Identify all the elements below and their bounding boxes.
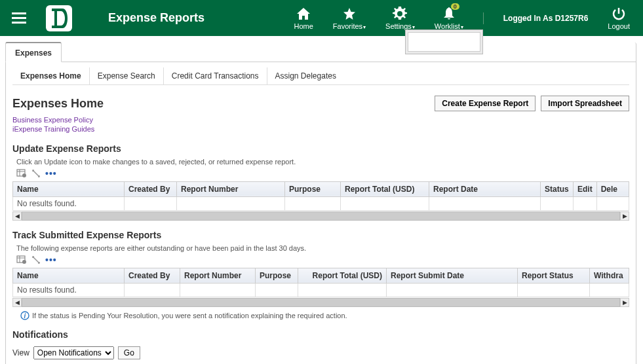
no-results: No results found. — [13, 196, 125, 210]
content-area: Expenses Home Expense Search Credit Card… — [6, 67, 636, 364]
scroll-right-icon[interactable]: ▶ — [620, 211, 629, 221]
page-actions: Create Expense Report Import Spreadsheet — [435, 96, 629, 111]
col-created-by[interactable]: Created By — [125, 181, 177, 196]
star-icon — [342, 7, 357, 21]
gear-icon — [393, 7, 407, 21]
nav-logout[interactable]: Logout — [608, 7, 630, 30]
svg-point-3 — [22, 173, 26, 177]
table-settings-icon[interactable] — [16, 255, 27, 265]
page-head: Expenses Home Create Expense Report Impo… — [12, 96, 629, 111]
table-settings-icon[interactable] — [16, 168, 27, 179]
tab-row: Expenses — [6, 43, 636, 62]
notifications-view-row: View Open Notifications Go — [12, 346, 629, 359]
table-row: No results found. — [13, 283, 629, 297]
global-header: Expense Reports Home Favorites▾ Settings… — [0, 0, 643, 36]
app-title: Expense Reports — [108, 11, 205, 25]
col-status[interactable]: Status — [541, 181, 574, 196]
table-row: No results found. — [13, 196, 629, 210]
detach-icon[interactable] — [31, 168, 41, 179]
menu-icon[interactable] — [12, 10, 26, 26]
main-tabs-container: Expenses Expenses Home Expense Search Cr… — [5, 43, 636, 364]
col-edit[interactable]: Edit — [574, 181, 597, 196]
nav-worklist[interactable]: 0 Worklist▾ — [435, 7, 463, 30]
track-hscroll[interactable]: ◀ ▶ — [12, 298, 629, 307]
col-delete[interactable]: Dele — [596, 181, 629, 196]
subtabs: Expenses Home Expense Search Credit Card… — [12, 67, 629, 85]
worklist-badge: 0 — [451, 3, 459, 10]
col-submit-date[interactable]: Report Submit Date — [387, 268, 518, 283]
update-toolbar: ••• — [16, 168, 629, 179]
track-table: Name Created By Report Number Purpose Re… — [12, 268, 629, 297]
subtab-expense-search[interactable]: Expense Search — [89, 67, 163, 84]
col-report-total[interactable]: Report Total (USD) — [298, 268, 387, 283]
page-title: Expenses Home — [12, 97, 104, 111]
subtab-assign-delegates[interactable]: Assign Delegates — [267, 67, 344, 84]
tab-expenses[interactable]: Expenses — [5, 42, 62, 62]
training-guides-link[interactable]: iExpense Training Guides — [12, 124, 629, 134]
scroll-track[interactable] — [22, 298, 620, 307]
info-note-text: If the status is Pending Your Resolution… — [32, 312, 347, 319]
subtab-expenses-home[interactable]: Expenses Home — [12, 67, 89, 84]
info-note: i If the status is Pending Your Resoluti… — [20, 311, 629, 320]
settings-dropdown: Preferences — [405, 29, 483, 54]
scroll-track[interactable] — [22, 211, 620, 221]
col-report-date[interactable]: Report Date — [429, 181, 541, 196]
info-icon: i — [20, 311, 29, 320]
view-label: View — [12, 348, 29, 357]
nav-favorites[interactable]: Favorites▾ — [333, 7, 366, 30]
nav-icons: Home Favorites▾ Settings▾ 0 Worklist▾ Lo… — [294, 7, 630, 30]
update-table: Name Created By Report Number Purpose Re… — [12, 181, 629, 211]
col-withdraw[interactable]: Withdra — [590, 268, 629, 283]
preferences-menu-item[interactable]: Preferences — [408, 32, 480, 52]
policy-links: Business Expense Policy iExpense Trainin… — [12, 115, 629, 134]
col-report-number[interactable]: Report Number — [177, 181, 285, 196]
col-purpose[interactable]: Purpose — [285, 181, 341, 196]
scroll-left-icon[interactable]: ◀ — [12, 298, 22, 307]
more-actions-icon[interactable]: ••• — [45, 168, 57, 179]
nav-settings[interactable]: Settings▾ — [385, 7, 415, 30]
scroll-right-icon[interactable]: ▶ — [620, 298, 629, 307]
svg-text:i: i — [24, 312, 26, 319]
subtab-credit-card[interactable]: Credit Card Transactions — [163, 67, 267, 84]
update-hscroll[interactable]: ◀ ▶ — [12, 211, 629, 221]
more-actions-icon[interactable]: ••• — [45, 255, 57, 265]
track-help-text: The following expense reports are either… — [16, 244, 629, 252]
view-select[interactable]: Open Notifications — [33, 346, 114, 359]
detach-icon[interactable] — [31, 255, 41, 265]
col-created-by[interactable]: Created By — [125, 268, 180, 283]
home-icon — [296, 7, 311, 21]
col-report-total[interactable]: Report Total (USD) — [341, 181, 429, 196]
col-report-status[interactable]: Report Status — [518, 268, 590, 283]
col-name[interactable]: Name — [13, 181, 125, 196]
update-help-text: Click an Update icon to make changes to … — [16, 158, 629, 166]
notifications-heading: Notifications — [12, 329, 629, 340]
go-button[interactable]: Go — [118, 346, 140, 359]
col-name[interactable]: Name — [13, 268, 125, 283]
track-heading: Track Submitted Expense Reports — [12, 230, 629, 240]
col-report-number[interactable]: Report Number — [180, 268, 256, 283]
scroll-left-icon[interactable]: ◀ — [12, 211, 22, 221]
update-heading: Update Expense Reports — [12, 143, 629, 154]
business-expense-policy-link[interactable]: Business Expense Policy — [12, 115, 629, 124]
track-toolbar: ••• — [16, 255, 629, 265]
create-expense-report-button[interactable]: Create Expense Report — [435, 96, 536, 111]
no-results: No results found. — [13, 283, 125, 297]
col-purpose[interactable]: Purpose — [256, 268, 298, 283]
login-status: Logged In As D1257R6 — [503, 14, 589, 23]
power-icon — [612, 7, 625, 21]
nav-home[interactable]: Home — [294, 7, 313, 30]
divider — [483, 12, 484, 24]
app-logo[interactable] — [46, 5, 72, 31]
import-spreadsheet-button[interactable]: Import Spreadsheet — [541, 96, 629, 111]
svg-point-7 — [22, 260, 26, 264]
